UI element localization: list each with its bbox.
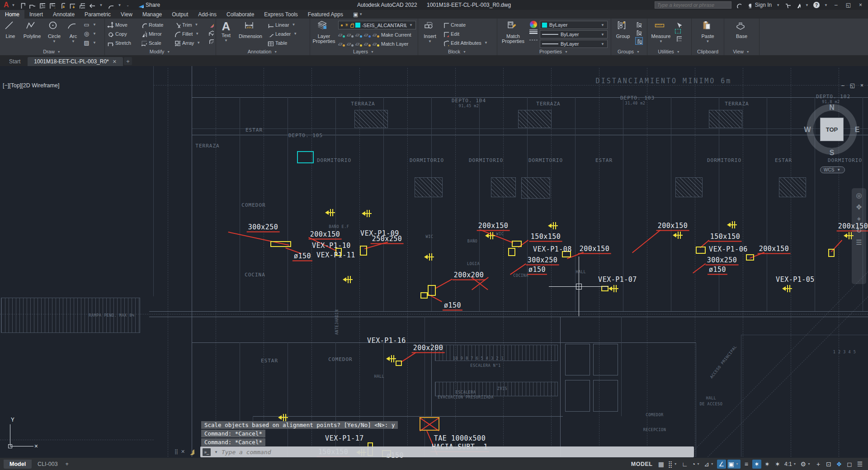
- tab-parametric[interactable]: Parametric: [80, 10, 116, 19]
- viewport-restore-icon[interactable]: ◱: [850, 82, 855, 89]
- table-button[interactable]: Table: [267, 39, 298, 47]
- panel-label-properties[interactable]: Properties▼: [497, 48, 611, 55]
- tab-annotate[interactable]: Annotate: [48, 10, 80, 19]
- graphics-performance-icon[interactable]: ❖: [835, 460, 844, 469]
- linear-button[interactable]: Linear▼: [267, 21, 298, 28]
- recent-commands-caret-icon[interactable]: ▼: [213, 450, 219, 454]
- base-button[interactable]: Base: [732, 20, 752, 39]
- command-prompt-icon[interactable]: »_: [203, 448, 211, 456]
- make-current-button[interactable]: ▱ ▱ ▱ ▱ ▱ Make Current: [338, 31, 416, 38]
- viewcube[interactable]: TOP N S W E WCS▼: [807, 104, 857, 175]
- model-tab[interactable]: Model: [4, 460, 32, 469]
- help-caret-icon[interactable]: ▼: [823, 3, 829, 7]
- redo-icon[interactable]: [107, 2, 113, 9]
- lineweight-toggle-icon[interactable]: ≡: [742, 460, 751, 469]
- viewcube-south[interactable]: S: [830, 149, 835, 157]
- rotate-button[interactable]: Rotate: [140, 21, 169, 28]
- new-file-tab-button[interactable]: +: [124, 57, 132, 65]
- orbit-icon[interactable]: ↻: [856, 227, 862, 234]
- command-close-icon[interactable]: ✕: [181, 449, 185, 455]
- color-wheel-icon[interactable]: [530, 21, 537, 28]
- layer-dropdown-caret-icon[interactable]: ▼: [408, 23, 414, 27]
- isodraft-icon[interactable]: ⊿▼: [703, 460, 716, 469]
- viewcube-top-face[interactable]: TOP: [820, 118, 844, 141]
- viewport-controls[interactable]: [−][Top][2D Wireframe]: [3, 82, 59, 89]
- customize-wrench-icon[interactable]: [188, 448, 194, 455]
- customization-menu-icon[interactable]: ☰: [855, 460, 864, 469]
- panel-label-clipboard[interactable]: Clipboard: [692, 48, 724, 55]
- tab-manage[interactable]: Manage: [137, 10, 167, 19]
- array-button[interactable]: Array▼: [174, 39, 203, 47]
- layer-dropdown[interactable]: ● ☀ -SEIS_ALCANTARILL ▼: [338, 21, 416, 29]
- search-icon[interactable]: [735, 2, 741, 8]
- zoom-icon[interactable]: ⌖: [857, 215, 861, 222]
- polyline-button[interactable]: Polyline: [21, 20, 43, 39]
- linetype-dropdown[interactable]: ByLayer ▼: [540, 40, 608, 48]
- clean-screen-icon[interactable]: ◻: [845, 460, 854, 469]
- qat-customize-icon[interactable]: ⌄: [125, 3, 130, 7]
- insert-block-button[interactable]: Insert▼: [420, 20, 440, 43]
- layer-lock-icon[interactable]: [350, 24, 354, 28]
- panel-label-groups[interactable]: Groups▼: [611, 48, 647, 55]
- app-menu-caret-icon[interactable]: ▼: [11, 3, 16, 7]
- signin-label[interactable]: Sign In: [755, 2, 772, 8]
- layer-properties-button[interactable]: Layer Properties: [312, 20, 336, 44]
- navwheel-icon[interactable]: ◎: [856, 192, 862, 199]
- panel-label-view[interactable]: View▼: [724, 48, 759, 55]
- app-store-cart-icon[interactable]: [784, 2, 791, 8]
- linetype-list-icon[interactable]: [529, 40, 538, 44]
- text-button[interactable]: A Text▼: [218, 20, 234, 43]
- ungroup-button[interactable]: [635, 21, 642, 28]
- annotation-visibility-icon[interactable]: ✶: [752, 460, 761, 469]
- file-tab-close-icon[interactable]: ✕: [113, 59, 117, 65]
- ribbon-display-options[interactable]: ▣▼: [348, 10, 368, 19]
- snap-icon[interactable]: ⣿▼: [667, 460, 679, 469]
- panel-label-layers[interactable]: Layers▼: [310, 48, 418, 55]
- viewport-close-icon[interactable]: ×: [860, 82, 863, 89]
- ortho-icon[interactable]: ∟: [680, 460, 689, 469]
- explode-button[interactable]: [207, 29, 214, 36]
- restore-button[interactable]: ◱: [844, 2, 853, 8]
- viewcube-east[interactable]: E: [855, 126, 860, 134]
- hatch-tool-button[interactable]: ▨▼: [83, 39, 97, 47]
- measure-button[interactable]: Measure▼: [649, 20, 673, 43]
- signin-caret-icon[interactable]: ▼: [775, 3, 781, 7]
- signin-person-icon[interactable]: [745, 2, 751, 8]
- command-input[interactable]: [222, 449, 628, 456]
- autodesk-caret-icon[interactable]: ▼: [804, 3, 810, 7]
- share-button[interactable]: Share: [137, 2, 160, 8]
- layout-tab-cli-003[interactable]: CLI-003: [32, 460, 63, 469]
- object-snap-icon[interactable]: ▣▼: [727, 460, 741, 469]
- object-color-dropdown[interactable]: ByLayer ▼: [540, 21, 608, 29]
- minimize-button[interactable]: –: [832, 2, 840, 8]
- tab-home[interactable]: Home: [0, 10, 24, 19]
- viewport-minimize-icon[interactable]: –: [841, 82, 844, 89]
- quick-calculator-button[interactable]: [675, 35, 682, 42]
- help-icon[interactable]: ?: [813, 2, 820, 8]
- annotation-autoscale-icon[interactable]: ✶: [763, 460, 772, 469]
- trim-button[interactable]: Trim▼: [174, 21, 203, 28]
- offset-button[interactable]: [207, 37, 214, 44]
- panel-label-modify[interactable]: Modify▼: [105, 48, 216, 55]
- open-web-mobile-icon[interactable]: [58, 2, 65, 9]
- new-layout-button[interactable]: +: [66, 461, 69, 467]
- copy-button[interactable]: Copy: [107, 30, 136, 38]
- redo-caret-icon[interactable]: ▼: [117, 3, 122, 7]
- viewcube-west[interactable]: W: [804, 126, 811, 134]
- create-block-button[interactable]: Create: [442, 21, 489, 28]
- layer-color-swatch[interactable]: [355, 23, 360, 28]
- lineweight-list-icon[interactable]: [529, 29, 538, 36]
- panel-label-draw[interactable]: Draw▼: [0, 48, 104, 55]
- panel-label-annotation[interactable]: Annotation▼: [216, 48, 310, 55]
- tab-insert[interactable]: Insert: [24, 10, 48, 19]
- drawing-canvas[interactable]: [−][Top][2D Wireframe] – ◱ × TOP N S W E…: [0, 66, 868, 458]
- model-space-label[interactable]: MODEL: [631, 461, 653, 467]
- paste-button[interactable]: Paste▼: [698, 20, 718, 43]
- arc-button[interactable]: Arc▼: [66, 20, 81, 43]
- open-file-icon[interactable]: [28, 2, 35, 9]
- polar-tracking-icon[interactable]: ◔▼: [691, 460, 702, 469]
- annotation-scale-person-icon[interactable]: ✶: [773, 460, 782, 469]
- pan-icon[interactable]: ✥: [856, 204, 862, 210]
- scale-button[interactable]: Scale: [140, 39, 169, 47]
- search-input[interactable]: [655, 1, 731, 9]
